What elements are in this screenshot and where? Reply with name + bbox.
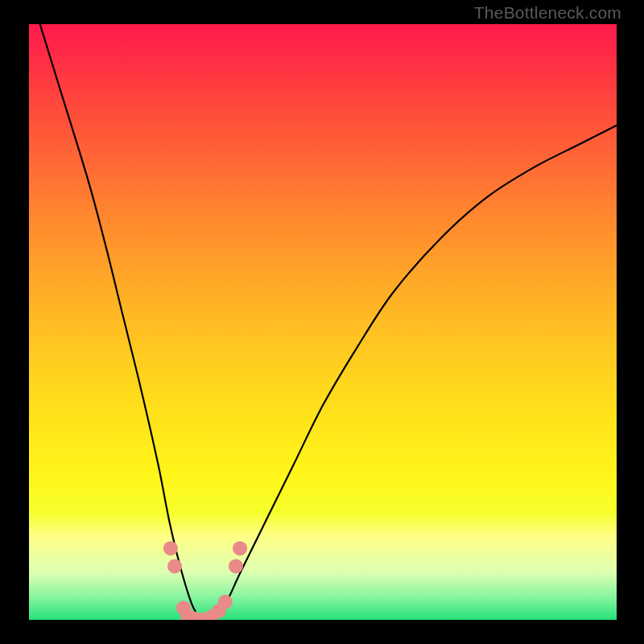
curve-marker [163, 541, 178, 555]
attribution-watermark: TheBottleneck.com [474, 3, 621, 23]
curve-marker [233, 541, 247, 555]
bottleneck-curve-svg [29, 24, 617, 620]
curve-marker [167, 559, 182, 573]
curve-group [29, 24, 617, 620]
curve-marker [229, 559, 243, 573]
marker-group [163, 541, 247, 620]
curve-marker [218, 595, 233, 609]
plot-area [29, 24, 617, 620]
bottleneck-curve [29, 24, 617, 620]
chart-frame: TheBottleneck.com [0, 0, 644, 644]
